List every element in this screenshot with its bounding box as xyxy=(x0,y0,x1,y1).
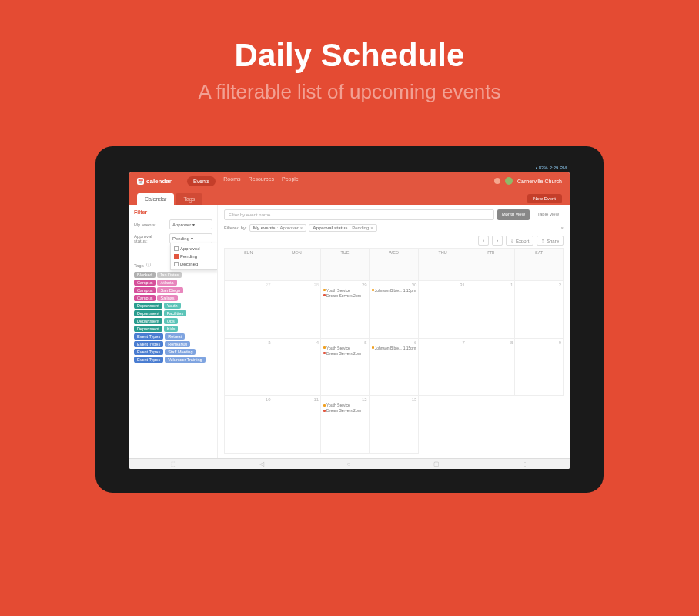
tag-value: Kids xyxy=(164,326,179,332)
tag-row[interactable]: DepartmentOps xyxy=(134,318,212,324)
close-icon[interactable]: × xyxy=(370,226,373,230)
cal-cell[interactable]: 2 xyxy=(515,281,564,339)
tag-category: Campus xyxy=(134,295,156,301)
tag-category: Event Types xyxy=(134,341,163,347)
cal-cell[interactable]: 29Youth ServiceDream Servers 2pm xyxy=(321,281,370,339)
cal-cell[interactable]: 9 xyxy=(515,339,564,397)
back-icon[interactable]: ◁ xyxy=(259,460,264,467)
cal-cell[interactable]: 28 xyxy=(273,281,322,339)
app-logo[interactable]: 📅 calendar xyxy=(137,178,172,185)
nav-events[interactable]: Events xyxy=(187,176,216,186)
tag-row[interactable]: CampusSan Diego xyxy=(134,287,212,293)
cal-day-header: WED xyxy=(370,249,420,281)
tag-row[interactable]: Event TypesStaff Meeting xyxy=(134,349,212,355)
cal-cell[interactable]: 13 xyxy=(370,396,420,454)
clear-filters-icon[interactable]: × xyxy=(560,226,564,230)
tag-category: Event Types xyxy=(134,357,163,363)
filter-sidebar: Filter My events: Approver ▾ Approval st… xyxy=(129,205,218,458)
tag-value: Jan Dates xyxy=(157,272,182,278)
approval-select[interactable]: Pending ▾ Approved Pending Declined xyxy=(169,233,212,243)
tag-category: Blocked xyxy=(134,272,156,278)
cal-cell[interactable]: 12Youth ServiceDream Servers 2pm xyxy=(321,396,370,454)
android-nav-bar: ⬚ ◁ ○ ▢ ⋮ xyxy=(129,458,570,469)
org-name[interactable]: Carnerville Church xyxy=(517,179,562,184)
cal-event[interactable]: Youth Service xyxy=(323,346,367,350)
cal-event[interactable]: Youth Service xyxy=(323,288,367,293)
notification-icon[interactable] xyxy=(494,178,500,184)
tag-row[interactable]: DepartmentFacilities xyxy=(134,310,212,316)
dropdown-pending[interactable]: Pending xyxy=(172,253,216,260)
tag-row[interactable]: CampusSalinas xyxy=(134,295,212,301)
cal-date: 10 xyxy=(226,397,271,402)
tag-value: Retreat xyxy=(165,333,185,340)
filter-chip[interactable]: Approval status: Pending × xyxy=(309,224,377,232)
my-events-select[interactable]: Approver ▾ xyxy=(169,219,212,229)
tag-value: Youth xyxy=(164,303,181,309)
status-time: 2:29 PM xyxy=(550,166,567,170)
new-event-button[interactable]: New Event xyxy=(527,194,562,203)
filter-heading: Filter xyxy=(134,209,212,215)
tag-category: Campus xyxy=(134,287,156,293)
table-view-button[interactable]: Table view xyxy=(533,209,564,220)
nav-resources[interactable]: Resources xyxy=(249,176,274,186)
cal-date: 13 xyxy=(371,397,417,402)
share-button[interactable]: ⇪ Share xyxy=(537,236,564,246)
tag-row[interactable]: BlockedJan Dates xyxy=(134,272,212,278)
close-icon[interactable]: × xyxy=(300,226,303,230)
nav-rooms[interactable]: Rooms xyxy=(223,176,240,186)
cal-day-header: FRI xyxy=(467,249,516,281)
menu-icon[interactable]: ⋮ xyxy=(522,460,528,467)
tag-row[interactable]: Event TypesRetreat xyxy=(134,333,212,340)
cal-cell[interactable]: 30Johnson Bible... 1:15pm xyxy=(370,281,420,339)
cal-date: 5 xyxy=(323,340,367,345)
tab-tags[interactable]: Tags xyxy=(176,193,202,205)
cal-date: 30 xyxy=(371,283,417,287)
cal-event[interactable]: Dream Servers 2pm xyxy=(323,351,367,356)
hero-subtitle: A filterable list of upcoming events xyxy=(198,80,500,104)
cal-event[interactable]: Youth Service xyxy=(323,403,367,407)
cal-cell[interactable]: 3 xyxy=(225,339,273,397)
tag-row[interactable]: DepartmentKids xyxy=(134,326,212,332)
avatar[interactable] xyxy=(505,177,513,185)
tag-row[interactable]: Event TypesVolunteer Training xyxy=(134,357,212,363)
dropdown-declined[interactable]: Declined xyxy=(172,260,216,268)
tag-row[interactable]: CampusAtlanta xyxy=(134,280,212,286)
calendar-icon: 📅 xyxy=(137,178,144,185)
cal-cell[interactable]: 8 xyxy=(467,339,516,397)
cal-cell[interactable]: 10 xyxy=(225,396,273,454)
cal-date: 4 xyxy=(275,340,319,345)
cal-event[interactable]: Johnson Bible... 1:15pm xyxy=(371,346,417,350)
recent-apps-icon[interactable]: ⬚ xyxy=(171,460,177,467)
cal-cell[interactable]: 31 xyxy=(419,281,467,339)
cal-cell[interactable]: 7 xyxy=(419,339,467,397)
tag-row[interactable]: Event TypesRehearsal xyxy=(134,341,212,347)
my-events-label: My events: xyxy=(134,223,166,227)
cal-cell[interactable]: 11 xyxy=(273,396,322,454)
search-input[interactable]: Filter by event name xyxy=(224,209,494,220)
cal-cell[interactable]: 4 xyxy=(273,339,322,397)
cal-cell[interactable]: 6Johnson Bible... 1:15pm xyxy=(370,339,420,397)
cal-event[interactable]: Dream Servers 2pm xyxy=(323,293,367,298)
home-icon[interactable]: ○ xyxy=(347,460,351,467)
tab-calendar[interactable]: Calendar xyxy=(137,193,174,205)
cal-cell[interactable]: 5Youth ServiceDream Servers 2pm xyxy=(321,339,370,397)
tag-value: Staff Meeting xyxy=(165,349,196,355)
tags-help-icon[interactable]: ⓘ xyxy=(146,262,151,269)
dropdown-approved[interactable]: Approved xyxy=(172,245,216,253)
filter-chip[interactable]: My events: Approver × xyxy=(249,224,307,232)
cal-cell[interactable]: 27 xyxy=(225,281,273,339)
tag-category: Department xyxy=(134,326,162,332)
cal-event[interactable]: Johnson Bible... 1:15pm xyxy=(371,288,417,293)
overview-icon[interactable]: ▢ xyxy=(433,460,440,467)
cal-date: 8 xyxy=(469,340,513,345)
tablet-frame: ▪ 82% 2:29 PM 📅 calendar Events Rooms Re… xyxy=(95,146,604,493)
month-view-button[interactable]: Month view xyxy=(497,209,530,220)
cal-prev-button[interactable]: ‹ xyxy=(478,236,489,246)
tag-row[interactable]: DepartmentYouth xyxy=(134,303,212,309)
cal-next-button[interactable]: › xyxy=(492,236,503,246)
cal-event[interactable]: Dream Servers 2pm xyxy=(323,408,367,413)
nav-people[interactable]: People xyxy=(282,176,299,186)
filtered-by-label: Filtered by: xyxy=(224,226,247,230)
export-button[interactable]: ⇩ Export xyxy=(506,236,533,246)
cal-cell[interactable]: 1 xyxy=(467,281,516,339)
